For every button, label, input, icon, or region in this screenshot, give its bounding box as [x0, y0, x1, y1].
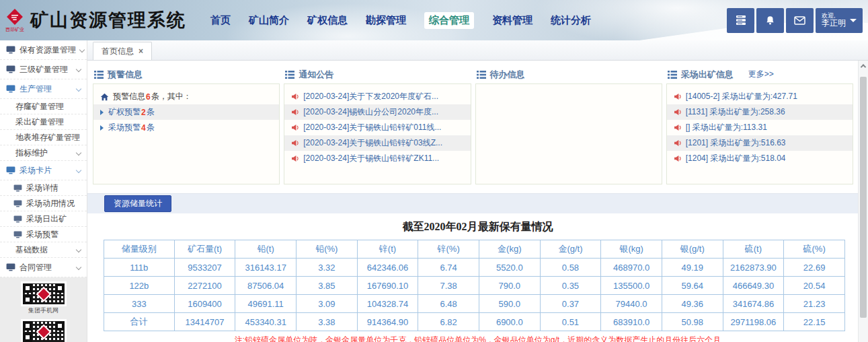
- mining-output-item[interactable]: [1204] 采场出矿量为:518.04: [667, 151, 853, 166]
- close-icon[interactable]: ×: [139, 46, 143, 56]
- panel-todos: 待办信息: [475, 65, 662, 184]
- menu-list-button[interactable]: [727, 8, 754, 33]
- bell-icon: [765, 15, 775, 26]
- nav-item-exploration[interactable]: 勘探管理: [366, 14, 406, 27]
- mining-output-item[interactable]: [1201] 采场出矿量为:516.63: [667, 135, 853, 151]
- megaphone-icon: [291, 93, 300, 100]
- alerts-summary-prefix: 预警信息: [113, 91, 145, 102]
- brand-logo: 西部矿业 矿山资源管理系统: [0, 8, 194, 33]
- qr-corner: [23, 333, 32, 342]
- sidebar-item-stope-daily-output[interactable]: 采场日出矿: [0, 211, 87, 227]
- vertical-scrollbar[interactable]: [858, 61, 868, 342]
- panel-title: 通知公告: [299, 69, 333, 81]
- megaphone-icon: [674, 108, 682, 116]
- mining-output-text: [14005-2] 采场出矿量为:427.71: [686, 91, 797, 102]
- sidebar-item-surface-stockpile[interactable]: 地表堆存矿量管理: [0, 130, 87, 145]
- panel-title: 待办信息: [490, 69, 525, 81]
- sidebar-item-label: 基础数据: [15, 244, 48, 256]
- sidebar-item-stope-usage[interactable]: 采场动用情况: [0, 196, 87, 211]
- cell: 5520.0: [479, 259, 540, 277]
- table-row: 111b9533207316143.173.32642346.066.74552…: [104, 259, 845, 277]
- table-row: 122b227210087506.043.85167690.107.38790.…: [104, 277, 845, 295]
- col-header: 硫(t): [723, 240, 784, 259]
- sidebar-item-production-mgmt[interactable]: 生产管理: [0, 79, 87, 99]
- stats-tab-bar: 资源储量统计: [87, 193, 868, 213]
- menu-list-icon: [736, 15, 746, 25]
- sidebar: 保有资源量管理 三级矿量管理 生产管理 存窿矿量管理 采出矿量管理 地表堆存矿量…: [0, 40, 87, 342]
- nav-item-documents[interactable]: 资料管理: [492, 14, 532, 27]
- header-actions: 欢迎, 李正明: [727, 8, 863, 33]
- qr-logo-mark: [36, 324, 51, 339]
- col-header: 锌(t): [357, 240, 418, 259]
- mining-output-item[interactable]: [] 采场出矿量为:113.31: [667, 120, 853, 135]
- messages-button[interactable]: [786, 8, 814, 33]
- notice-item[interactable]: [2020-03-24]关于锡铁山铅锌矿ZK11...: [284, 151, 470, 166]
- table-header-row: 储量级别 矿石量(t) 铅(t) 铅(%) 锌(t) 锌(%) 金(kg) 金(…: [104, 240, 845, 259]
- mining-output-text: [1131] 采场出矿量为:258.36: [686, 106, 785, 118]
- tab-home-info[interactable]: 首页信息 ×: [93, 42, 152, 60]
- notice-item[interactable]: [2020-03-24]锡铁山分公司2020年度...: [284, 104, 470, 120]
- list-icon: [668, 71, 677, 79]
- col-header: 矿石量(t): [174, 240, 235, 259]
- main-content: 预警信息 预警信息6条，其中： 矿权预警2条: [87, 61, 868, 342]
- arrow-right-icon: [100, 125, 104, 131]
- chevron-up-icon: [861, 64, 866, 69]
- tab-resource-reserve-stats[interactable]: 资源储量统计: [104, 195, 171, 212]
- sidebar-item-stope-details[interactable]: 采场详情: [0, 180, 87, 196]
- nav-item-mine-intro[interactable]: 矿山简介: [249, 14, 289, 27]
- chevron-down-icon: [76, 168, 81, 173]
- cell: 2162873.90: [723, 259, 784, 277]
- megaphone-icon: [291, 124, 300, 131]
- table-row: 333160940049691.113.09104328.746.48590.0…: [104, 295, 845, 313]
- alert-item-mining-rights[interactable]: 矿权预警2条: [93, 104, 279, 120]
- cell: 468970.0: [601, 259, 662, 277]
- brand-diamond-icon: [6, 8, 24, 26]
- nav-item-statistics[interactable]: 统计分析: [551, 14, 591, 27]
- brand-mark: 西部矿业: [5, 8, 24, 33]
- nav-item-comprehensive[interactable]: 综合管理: [424, 12, 474, 29]
- mining-output-text: [] 采场出矿量为:113.31: [686, 122, 767, 133]
- monitor-icon: [6, 166, 15, 174]
- more-link[interactable]: 更多>>: [748, 69, 774, 80]
- sidebar-item-three-level-ore[interactable]: 三级矿量管理: [0, 60, 87, 79]
- sidebar-item-label: 生产管理: [19, 83, 52, 95]
- mining-output-item[interactable]: [14005-2] 采场出矿量为:427.71: [667, 89, 853, 104]
- cell: 9533207: [174, 259, 235, 277]
- megaphone-icon: [674, 124, 682, 131]
- user-menu[interactable]: 欢迎, 李正明: [816, 8, 863, 33]
- monitor-icon: [6, 65, 15, 73]
- nav-item-mining-rights[interactable]: 矿权信息: [307, 14, 348, 27]
- sidebar-item-label: 采场日出矿: [26, 213, 67, 225]
- cell: 2272100: [174, 277, 235, 295]
- alert-item-label: 矿权预警: [108, 106, 141, 118]
- sidebar-item-contract-mgmt[interactable]: 合同管理: [0, 258, 87, 277]
- notice-item[interactable]: [2020-03-24]关于锡铁山铅锌矿011线...: [284, 120, 470, 135]
- sidebar-item-base-data[interactable]: 基础数据: [0, 242, 87, 258]
- col-header: 储量级别: [104, 240, 175, 259]
- col-header: 铅(%): [297, 240, 358, 259]
- mining-output-item[interactable]: [1131] 采场出矿量为:258.36: [667, 104, 853, 120]
- sidebar-item-indicator-maintenance[interactable]: 指标维护: [0, 145, 87, 161]
- sidebar-item-stored-ore[interactable]: 存窿矿量管理: [0, 99, 87, 114]
- panel-mining-output: 采场出矿信息 更多>> [14005-2] 采场出矿量为:427.71 [113…: [666, 65, 853, 184]
- sidebar-item-reserve-resources[interactable]: 保有资源量管理: [0, 40, 87, 60]
- cell: 3.32: [297, 259, 358, 277]
- nav-item-home[interactable]: 首页: [210, 14, 231, 27]
- cell: 13414707: [174, 313, 235, 331]
- scrollbar-thumb[interactable]: [860, 77, 867, 318]
- notice-item[interactable]: [2020-03-24]关于下发2020年度矿石...: [284, 89, 470, 104]
- mining-output-text: [1201] 采场出矿量为:516.63: [686, 137, 786, 149]
- sidebar-item-stope-card[interactable]: 采场卡片: [0, 161, 87, 180]
- notice-text: [2020-03-24]关于锡铁山铅锌矿ZK11...: [303, 153, 439, 164]
- sidebar-item-stope-alert[interactable]: 采场预警: [0, 227, 87, 242]
- col-header: 硫(%): [784, 240, 845, 259]
- scroll-up-arrow[interactable]: [859, 61, 868, 71]
- sidebar-qr-zone: 集团手机网: [0, 277, 87, 342]
- alert-item-stope[interactable]: 采场预警4条: [93, 120, 279, 135]
- notice-item[interactable]: [2020-03-24]关于锡铁山铅锌矿03线Z...: [284, 135, 470, 151]
- notifications-button[interactable]: [756, 8, 784, 33]
- sidebar-item-extracted-ore[interactable]: 采出矿量管理: [0, 114, 87, 130]
- sidebar-item-label: 采场详情: [26, 182, 58, 194]
- qr-corner: [23, 321, 32, 331]
- qr-corner: [23, 295, 32, 304]
